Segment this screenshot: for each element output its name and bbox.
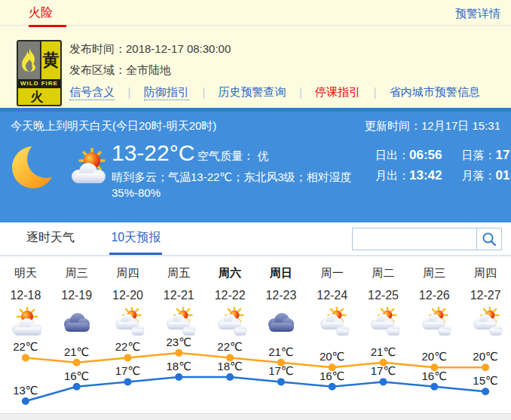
sun-clouds-icon [460,306,511,339]
footer-strip [0,413,511,420]
sun-clouds-icon [103,306,154,339]
svg-text:15℃: 15℃ [473,374,498,387]
day-name: 周一 [307,266,358,281]
warning-link[interactable]: 防御指引 [144,85,189,100]
warning-link[interactable]: 历史预警查询 [218,85,286,98]
badge-level-char: 黄 [41,41,60,79]
update-time-label: 更新时间： [365,119,421,132]
warning-link[interactable]: 停课指引 [315,85,360,98]
warning-panel: 火险 预警详情 黄 WILD FIRE 火 险 发布时间：2018-12-17 … [0,0,511,108]
sun-clouds-icon [358,306,409,339]
sun-moon-times: 日出：06:56 日落：17:42 月出：13:42 月落：01:19 [375,148,511,183]
svg-text:20℃: 20℃ [320,350,345,363]
day-date: 12-24 [307,289,358,302]
search-icon [482,231,497,247]
period-title: 今天晚上到明天白天(今日20时-明天20时) [11,119,216,133]
crescent-moon-icon [11,143,60,195]
tab-hourly-weather[interactable]: 逐时天气 [25,222,76,253]
day-date: 12-25 [358,289,409,302]
sun-clouds-icon [307,306,358,339]
svg-text:22℃: 22℃ [115,340,141,353]
air-quality: 空气质量： 优 [197,149,268,164]
day-name: 周二 [358,266,409,281]
day-date: 12-19 [51,289,103,302]
day-name: 周三 [408,266,460,281]
weather-description: 晴到多云；气温13-22℃；东北风3级；相对湿度35%-80% [112,169,360,201]
svg-text:22℃: 22℃ [217,340,243,353]
day-name: 周日 [256,266,307,281]
link-separator: ｜ [369,85,381,98]
publish-area-row: 发布区域：全市陆地 [69,63,231,77]
search-input[interactable] [352,228,476,250]
publish-time-row: 发布时间：2018-12-17 08:30:00 [69,41,231,56]
svg-text:22℃: 22℃ [13,340,38,353]
sun-clouds-icon [408,306,460,339]
publish-time-label: 发布时间： [69,42,126,55]
sun-behind-cloud-icon [66,148,110,190]
cloud-icon [256,306,307,339]
warning-links: 信号含义｜防御指引｜历史预警查询｜停课指引｜省内城市预警信息 [69,85,480,100]
current-weather-panel: 今天晚上到明天白天(今日20时-明天20时) 更新时间：12月17日 15:31 [0,108,511,222]
publish-time-value: 2018-12-17 08:30:00 [126,42,231,55]
day-name: 明天 [0,266,51,281]
warning-link[interactable]: 信号含义 [69,85,115,100]
svg-text:21℃: 21℃ [64,345,90,358]
svg-text:18℃: 18℃ [217,360,243,372]
temperature-range: 13-22°C [112,140,194,166]
day-date: 12-27 [460,289,511,302]
flame-icon [18,41,41,79]
svg-text:23℃: 23℃ [167,336,192,348]
update-time-value: 12月17日 15:31 [421,119,500,132]
svg-text:20℃: 20℃ [422,350,448,363]
day-date: 12-26 [408,289,460,302]
update-time: 更新时间：12月17日 15:31 [365,119,500,133]
search-box [352,228,502,250]
link-separator: ｜ [124,85,135,98]
badge-en-label: WILD FIRE [18,79,60,88]
publish-area-value: 全市陆地 [126,63,171,76]
cloud-icon [51,306,103,339]
svg-text:16℃: 16℃ [64,369,90,382]
svg-text:21℃: 21℃ [371,345,396,358]
svg-text:16℃: 16℃ [422,369,448,382]
moonset: 月落：01:19 [461,168,511,183]
sun-clouds-icon [204,306,256,339]
link-separator: ｜ [295,85,306,98]
publish-area-label: 发布区域： [69,63,126,76]
moonrise: 月出：13:42 [375,168,442,183]
day-date: 12-23 [256,289,307,302]
day-date: 12-22 [204,289,256,302]
tab-ten-day-forecast[interactable]: 10天预报 [109,222,162,255]
link-separator: ｜ [198,85,210,98]
day-date: 12-20 [103,289,154,302]
svg-text:16℃: 16℃ [320,369,345,382]
svg-text:17℃: 17℃ [371,364,396,377]
sun-cloud-icon [0,306,51,339]
sunset: 日落：17:42 [461,148,511,163]
svg-text:20℃: 20℃ [473,350,498,363]
day-name: 周五 [153,266,204,281]
warning-info: 发布时间：2018-12-17 08:30:00 发布区域：全市陆地 [69,41,231,84]
day-name: 周四 [103,266,154,281]
svg-text:21℃: 21℃ [268,345,294,358]
warning-link[interactable]: 省内城市预警信息 [390,85,480,98]
day-name: 周三 [51,266,103,281]
sun-clouds-icon [153,306,204,339]
day-name: 周六 [204,266,256,281]
temp-chart: 22℃21℃22℃23℃22℃21℃20℃21℃20℃20℃13℃16℃17℃1… [0,339,511,413]
badge-type-label: 火 险 [18,88,60,105]
fire-warning-badge: 黄 WILD FIRE 火 险 [17,40,62,106]
forecast-tabbar: 逐时天气 10天预报 [0,222,511,256]
svg-text:18℃: 18℃ [167,360,192,372]
search-button[interactable] [476,228,502,250]
tab-fire-risk[interactable]: 火险 [29,5,66,27]
day-name: 周四 [460,266,511,281]
weather-page: 火险 预警详情 黄 WILD FIRE 火 险 发布时间：2018-12-17 … [0,0,511,420]
day-date: 12-18 [0,289,51,302]
warning-detail-link[interactable]: 预警详情 [455,7,500,21]
warning-topbar: 火险 预警详情 [0,0,511,26]
svg-text:17℃: 17℃ [115,364,141,377]
svg-text:13℃: 13℃ [13,384,38,397]
day-date: 12-21 [153,289,204,302]
svg-text:17℃: 17℃ [268,364,294,377]
